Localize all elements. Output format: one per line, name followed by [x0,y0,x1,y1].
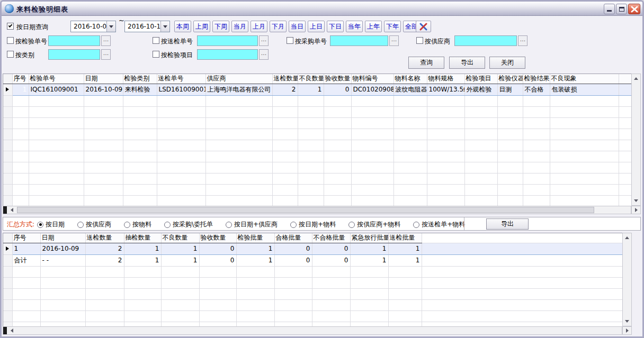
main-table-vscrollbar[interactable] [631,74,641,206]
period-button-3[interactable]: 下周 [212,21,229,32]
column-header[interactable]: 日期 [84,74,123,84]
category-browse-button[interactable]: ... [101,49,111,60]
period-button-12[interactable]: 下年 [384,21,401,32]
summary-option-3[interactable]: 按物料 [124,220,151,229]
period-button-4[interactable]: 当月 [231,21,248,32]
column-header[interactable]: 物料规格 [427,74,464,84]
main-table-hscrollbar[interactable] [3,206,631,214]
dropdown-arrow-icon[interactable] [160,21,169,32]
table-cell[interactable]: 1 [350,243,388,254]
period-button-10[interactable]: 当年 [346,21,363,32]
category-input[interactable] [48,49,100,60]
period-button-2[interactable]: 上周 [193,21,210,32]
summary-option-8[interactable]: 按送检单+物料 [413,220,465,229]
column-header[interactable]: 不合格批量 [312,233,350,243]
export-button[interactable]: 导出 [449,57,485,69]
table-cell[interactable]: 0 [274,243,312,254]
summary-option-1[interactable]: 按日期 [37,220,65,229]
title-bar[interactable]: 来料检验明细表 [2,2,642,16]
table-cell[interactable]: 0 [199,243,236,254]
table-cell[interactable]: 1 [388,243,422,254]
summary-table-vscrollbar[interactable] [622,233,632,326]
table-cell[interactable]: 1 [388,254,422,266]
table-cell[interactable]: 2 [85,243,124,254]
table-cell[interactable]: 1 [124,243,161,254]
column-header[interactable]: 合格批量 [274,233,312,243]
table-cell[interactable]: 合计 [12,254,40,266]
table-cell[interactable]: 1 [236,243,274,254]
radio-icon[interactable] [124,222,130,228]
splitter-handle[interactable] [3,206,7,214]
inspection-no-browse-button[interactable]: ... [101,35,111,46]
column-header[interactable]: 序号 [12,233,40,243]
column-header[interactable]: 物料名称 [393,74,427,84]
table-cell[interactable]: 包装破损 [550,84,619,95]
table-cell[interactable]: 1 [124,254,161,266]
radio-icon[interactable] [290,222,297,228]
scroll-right-button[interactable] [631,206,641,214]
column-header[interactable]: 送检数量 [272,74,298,84]
scroll-down-button[interactable] [632,197,640,205]
delivery-no-browse-button[interactable]: ... [259,35,269,46]
column-header[interactable]: 不良数量 [298,74,324,84]
column-header[interactable]: 不良数量 [161,233,199,243]
close-button[interactable] [628,4,640,14]
minimize-button[interactable] [604,4,615,14]
table-cell[interactable]: 1 [350,254,388,266]
column-header[interactable]: 送检数量 [85,233,124,243]
table-cell[interactable]: 波纹电阻器 [393,84,427,95]
radio-icon[interactable] [348,222,355,228]
column-header[interactable]: 紧急放行批量 [350,233,388,243]
period-button-6[interactable]: 下月 [270,21,287,32]
period-button-1[interactable]: 本周 [174,21,191,32]
table-cell[interactable]: IQC161009001 [29,84,84,95]
column-header[interactable]: 检验批量 [236,233,274,243]
supplier-browse-button[interactable]: ... [518,35,527,46]
table-cell[interactable]: DC01020908 [351,84,393,95]
column-header[interactable]: 物料编号 [351,74,393,84]
column-header[interactable]: 日期 [40,233,85,243]
scroll-left-button[interactable] [7,206,16,214]
column-header[interactable]: 检验单号 [29,74,84,84]
column-header[interactable]: 不良现象 [550,74,619,84]
inspection-item-browse-button[interactable]: ... [259,49,269,60]
table-cell[interactable]: 目测 [497,84,523,95]
supplier-checkbox[interactable] [416,37,423,44]
dropdown-arrow-icon[interactable] [106,21,115,32]
table-cell[interactable]: 100W/13.5Ω [427,84,464,95]
close-form-button[interactable]: 关闭 [489,57,525,69]
summary-export-button[interactable]: 导出 [486,218,529,230]
table-cell[interactable]: LSD161009001 [157,84,205,95]
category-checkbox[interactable] [7,51,14,58]
purchase-no-checkbox[interactable] [287,37,293,44]
column-header[interactable]: 送检批量 [388,233,422,243]
table-cell[interactable]: 不合格 [523,84,550,95]
delivery-no-input[interactable] [197,35,258,46]
date-from-combo[interactable]: 2016-10-01 [70,21,116,32]
splitter-handle[interactable] [3,327,7,334]
table-cell[interactable]: 0 [312,254,350,266]
purchase-no-input[interactable] [330,35,388,46]
table-cell[interactable]: 2 [85,254,124,266]
delivery-no-checkbox[interactable] [153,37,159,44]
column-header[interactable]: 供应商 [205,74,272,84]
table-cell[interactable]: 1 [161,243,199,254]
table-cell[interactable]: 2 [272,84,298,95]
summary-option-4[interactable]: 按采购\委托单 [164,220,213,229]
date-filter-checkbox[interactable] [7,23,14,30]
column-header[interactable]: 送检单号 [157,74,205,84]
summary-table-hscrollbar[interactable] [3,326,622,335]
period-button-7[interactable]: 当日 [289,21,306,32]
radio-icon[interactable] [164,222,171,228]
table-cell[interactable]: 1 [12,84,29,95]
query-button[interactable]: 查询 [408,57,444,69]
date-tools-button[interactable] [416,21,431,32]
column-header[interactable]: 检验类别 [123,74,157,84]
period-button-9[interactable]: 下日 [327,21,344,32]
summary-option-2[interactable]: 按供应商 [77,220,111,229]
table-cell[interactable]: 1 [161,254,199,266]
table-cell[interactable]: 1 [236,254,274,266]
table-cell[interactable]: 0 [312,243,350,254]
scroll-up-button[interactable] [623,234,631,242]
purchase-no-browse-button[interactable]: ... [389,35,399,46]
